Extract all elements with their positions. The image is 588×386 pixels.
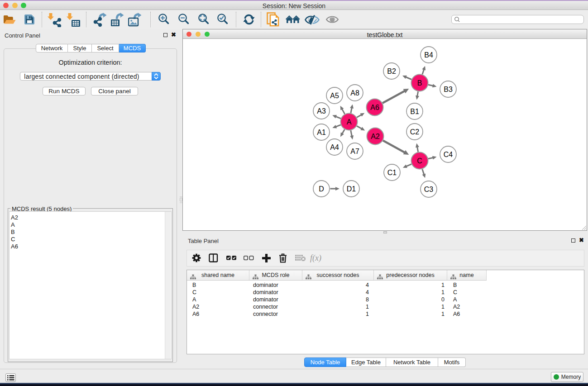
svg-text:D1: D1: [347, 185, 356, 193]
svg-text:B: B: [417, 79, 422, 87]
svg-text:A1: A1: [317, 129, 326, 136]
svg-text:A2: A2: [371, 133, 380, 140]
svg-text:B3: B3: [444, 86, 453, 93]
svg-text:A6: A6: [370, 104, 379, 111]
svg-text:B4: B4: [424, 51, 433, 59]
svg-text:D: D: [319, 185, 324, 193]
svg-text:A7: A7: [350, 148, 359, 155]
svg-text:C1: C1: [387, 169, 397, 176]
svg-text:A8: A8: [350, 89, 359, 97]
svg-text:C: C: [417, 157, 422, 165]
svg-text:A3: A3: [317, 107, 326, 115]
svg-text:B1: B1: [410, 108, 419, 115]
svg-text:A: A: [347, 118, 352, 126]
svg-text:A4: A4: [330, 143, 339, 151]
svg-text:A5: A5: [330, 92, 339, 100]
svg-text:B2: B2: [387, 67, 396, 75]
svg-text:C2: C2: [410, 128, 420, 136]
svg-text:C3: C3: [424, 186, 434, 193]
svg-text:C4: C4: [444, 151, 453, 158]
